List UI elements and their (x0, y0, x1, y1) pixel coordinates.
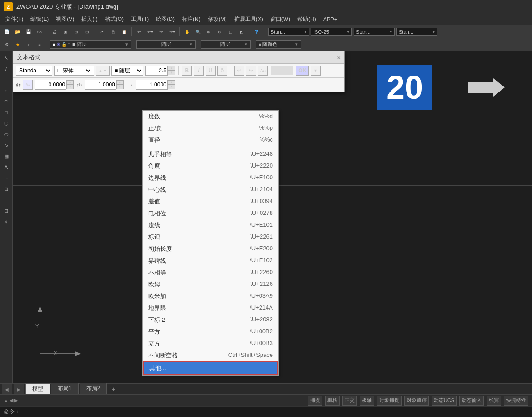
height-up[interactable]: ▲ (168, 66, 175, 71)
tool-hatch[interactable]: ▦ (1, 151, 11, 161)
otrack-btn[interactable]: 对象追踪 (404, 396, 429, 406)
underline-btn[interactable]: U (206, 66, 216, 76)
sym-electrical[interactable]: 电相位 \U+0278 (143, 208, 278, 219)
menu-view[interactable]: 视图(V) (52, 15, 78, 24)
tb-redo[interactable]: ↪ (156, 27, 166, 37)
tb-preview[interactable]: ▣ (60, 27, 70, 37)
menu-modify[interactable]: 修改(M) (204, 15, 231, 24)
dim-style-select3[interactable]: Stan... ▾ (354, 28, 395, 36)
font-style-select[interactable]: Standa (16, 66, 52, 76)
tab-add-btn[interactable]: + (108, 384, 119, 394)
tab-nav-prev[interactable]: ◀ (2, 384, 12, 394)
tool-arc[interactable]: ◠ (1, 97, 11, 107)
tb-aerial[interactable]: ◫ (226, 27, 236, 37)
undo-btn[interactable]: ↩ (234, 66, 244, 76)
polar-btn[interactable]: 极轴 (360, 396, 374, 406)
dialog-close-btn[interactable]: × (337, 54, 341, 61)
color-select[interactable]: ■ 随颜色 ▾ (256, 40, 301, 49)
tb-save[interactable]: 💾 (24, 27, 34, 37)
sym-centerline[interactable]: 中心线 \U+2104 (143, 184, 278, 196)
tab-model[interactable]: 模型 (25, 383, 50, 394)
sym-ohm[interactable]: 欧姆 \U+2126 (143, 279, 278, 290)
tool-circle[interactable]: ○ (1, 86, 11, 96)
tool-snap[interactable]: ⌖ (1, 217, 11, 227)
tb-new[interactable]: 📄 (2, 27, 12, 37)
sym-cubed[interactable]: 立方 \U+00B3 (143, 338, 278, 350)
tb-open[interactable]: 📂 (13, 27, 23, 37)
sym-approx[interactable]: 几乎相等 \U+2248 (143, 148, 278, 160)
tool-spline[interactable]: ∿ (1, 140, 11, 150)
tb-pan[interactable]: ✋ (182, 27, 192, 37)
tb-layer-prop[interactable]: ⚙ (2, 40, 12, 50)
sym-monument[interactable]: 界碑线 \U+E102 (143, 255, 278, 267)
sym-subscript2[interactable]: 下标 2 \U+2082 (143, 314, 278, 326)
tool-polyline[interactable]: ⌐ (1, 75, 11, 85)
dim-style-select[interactable]: Stan... ▾ (268, 28, 309, 36)
menu-draw[interactable]: 绘图(D) (152, 15, 178, 24)
layer-select[interactable]: ■ ☀ 🔒 □ ■ 随层 ▾ (50, 40, 131, 49)
angle-input[interactable] (35, 80, 66, 90)
tb-undo[interactable]: ↩ (134, 27, 144, 37)
ortho-btn[interactable]: 正交 (342, 396, 357, 406)
font-name-select[interactable]: 宋体 (60, 66, 92, 76)
tb-layer-prev[interactable]: ◁ (24, 40, 34, 50)
tb-print[interactable]: 🖨 (50, 27, 60, 37)
sym-notequal[interactable]: 不相等 \U+2260 (143, 267, 278, 279)
line-spacing-input[interactable] (85, 80, 116, 90)
strikethrough-btn[interactable]: ō (217, 66, 227, 76)
tool-text[interactable]: A (1, 162, 11, 172)
sym-squared[interactable]: 平方 \U+00B2 (143, 326, 278, 338)
sym-flow[interactable]: 流线 \U+E101 (143, 219, 278, 231)
tb-zoom[interactable]: 🔍 (193, 27, 203, 37)
tb-publish[interactable]: ⊞ (71, 27, 81, 37)
ls-up[interactable]: ▲ (116, 80, 124, 85)
expand-btn[interactable]: ▾ (311, 66, 321, 76)
sym-other[interactable]: 其他... (143, 361, 278, 375)
sym-plusminus[interactable]: 正/负 %%p (143, 122, 278, 134)
osnap-btn[interactable]: 对象捕捉 (377, 396, 402, 406)
tool-polygon[interactable]: ⬡ (1, 118, 11, 128)
special-char-btn[interactable]: ✎/ (23, 80, 33, 90)
sym-initlen[interactable]: 初始长度 \U+E200 (143, 243, 278, 255)
quickprop-btn[interactable]: 快捷特性 (504, 396, 528, 406)
w-down[interactable]: ▼ (168, 85, 175, 89)
sym-boundary[interactable]: 边界线 \U+E100 (143, 172, 278, 184)
menu-file[interactable]: 文件(F) (2, 15, 27, 24)
tool-rect[interactable]: □ (1, 107, 11, 117)
tool-line[interactable]: / (1, 64, 11, 74)
tb-cut[interactable]: ✂ (97, 27, 107, 37)
tab-layout2[interactable]: 布局2 (80, 383, 107, 394)
angle-up[interactable]: ▲ (66, 80, 74, 85)
menu-dim[interactable]: 标注(N) (178, 15, 204, 24)
menu-edit[interactable]: 编辑(E) (27, 15, 52, 24)
tb-3d[interactable]: ◩ (236, 27, 246, 37)
grid-btn[interactable]: 栅格 (325, 396, 340, 406)
tool-point[interactable]: · (1, 195, 11, 205)
tb-publish2[interactable]: ⊟ (82, 27, 92, 37)
tb-zoom3[interactable]: ⊖ (215, 27, 225, 37)
menu-help[interactable]: 帮助(H) (294, 15, 320, 24)
tracking-btn[interactable]: Aa (258, 66, 268, 76)
sym-property[interactable]: 地界限 \U+214A (143, 302, 278, 314)
width-input[interactable] (136, 80, 168, 90)
sym-degree[interactable]: 度数 %%d (143, 111, 278, 122)
menu-insert[interactable]: 插入(I) (78, 15, 101, 24)
bold-btn[interactable]: B (182, 66, 192, 76)
menu-ext[interactable]: 扩展工具(X) (231, 15, 267, 24)
tb-layer-make[interactable]: ★ (13, 40, 23, 50)
sym-omega[interactable]: 欧米加 \U+03A9 (143, 290, 278, 302)
linetype-select[interactable]: ———— 随层 ▾ (136, 40, 196, 49)
tb-layer-match[interactable]: ≡ (35, 40, 45, 50)
stack-btn[interactable]: ▲▼ (96, 66, 110, 76)
ls-down[interactable]: ▼ (116, 85, 124, 89)
italic-btn[interactable]: I (194, 66, 204, 76)
height-down[interactable]: ▼ (168, 71, 175, 75)
menu-format[interactable]: 格式(O) (101, 15, 127, 24)
tool-ellipse[interactable]: ⬭ (1, 129, 11, 139)
tb-undo2[interactable]: ↩▾ (145, 27, 155, 37)
dyninput-btn[interactable]: 动态输入 (459, 396, 484, 406)
menu-window[interactable]: 窗口(W) (267, 15, 294, 24)
tool-dim[interactable]: ↔ (1, 173, 11, 183)
linetype-select2[interactable]: ——— 随层 ▾ (201, 40, 251, 49)
tb-copy[interactable]: ⎘ (108, 27, 118, 37)
